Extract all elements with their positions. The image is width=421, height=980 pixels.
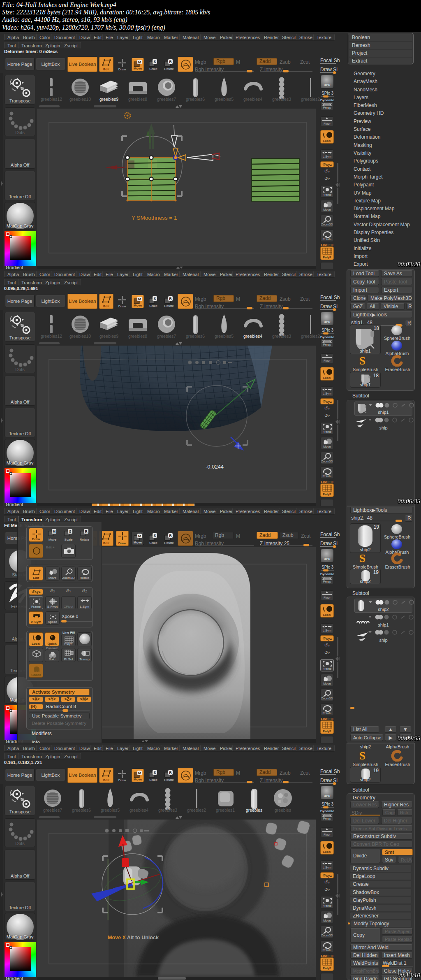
svg-text:S: S [153,297,156,301]
svg-text:-0.0244: -0.0244 [206,464,224,470]
svg-text:R: R [169,771,172,775]
svg-text:S: S [153,60,156,64]
svg-text:M: M [53,529,56,534]
svg-text:R: R [169,534,172,538]
svg-text:Move X Alt to Unlock: Move X Alt to Unlock [108,935,159,941]
svg-text:R: R [169,297,172,301]
svg-text:M: M [138,60,141,64]
svg-text:M: M [138,534,141,538]
svg-text:M: M [138,771,141,775]
svg-text:S: S [153,534,156,538]
svg-text:S: S [69,529,72,534]
svg-text:Y SMoothness = 1: Y SMoothness = 1 [132,215,177,221]
svg-text:S: S [153,771,156,775]
svg-text:R: R [169,60,172,64]
svg-text:M: M [138,297,141,301]
svg-text:R: R [85,529,87,534]
